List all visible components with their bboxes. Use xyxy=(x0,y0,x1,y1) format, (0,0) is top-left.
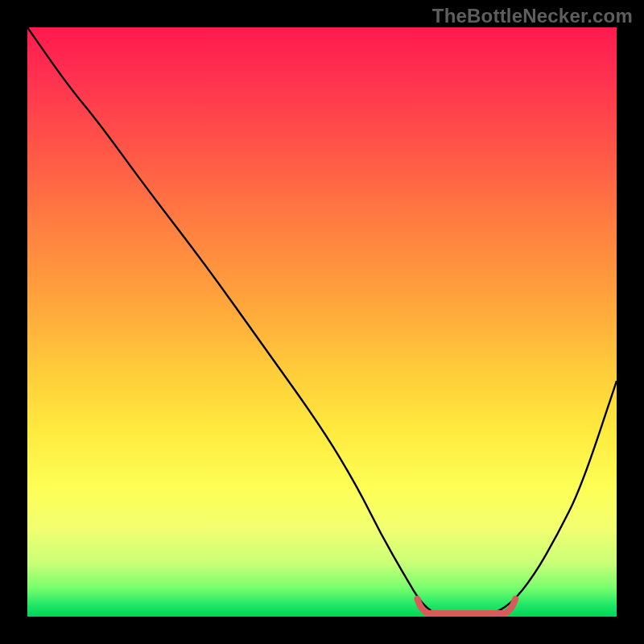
chart-frame: TheBottleNecker.com xyxy=(0,0,644,644)
plot-gradient-background xyxy=(27,27,617,617)
watermark-text: TheBottleNecker.com xyxy=(432,5,633,27)
